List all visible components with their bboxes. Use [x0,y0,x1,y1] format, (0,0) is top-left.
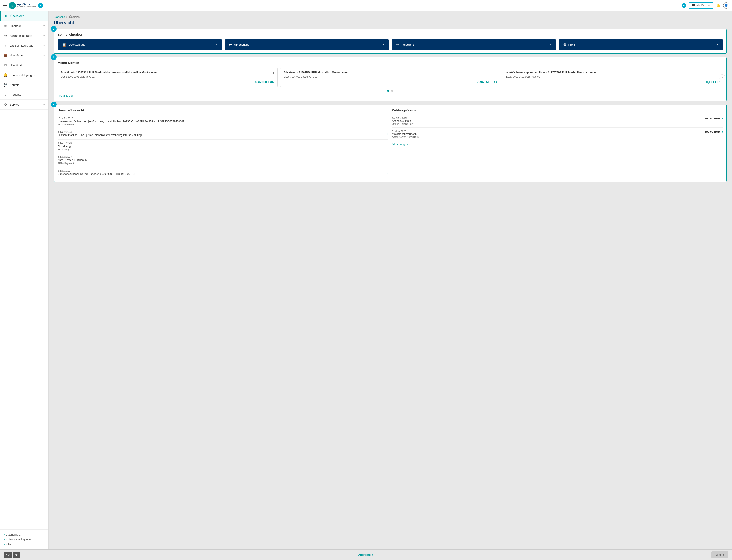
transaction-item-0[interactable]: 10. März 2023 Überweisung Online; ; Antj… [58,115,388,129]
next-button[interactable]: Weiter [711,551,728,558]
trans-arrow-icon-0: › [387,119,388,123]
pay-name-0: Antjee Gouzdea [392,119,702,123]
btn-left: ⇄ Umbuchung [229,43,250,47]
all-customers-button[interactable]: Alle Kunden [689,2,713,9]
account-iban-1: DE28 3006 0601 0028 7975 96 [284,75,497,78]
sidebar-item-epostkorb[interactable]: □ ePostkorb [0,60,48,70]
pay-desc-0: Urlaub Holland 2023 [392,123,702,125]
pay-right-0: 1.254,50 EUR › [702,117,723,120]
account-card-0: ⋮ Privatkonto 28797631 EUR Maxima Muster… [58,68,278,87]
hamburger-menu[interactable] [3,4,7,7]
trans-date-1: 3. März 2023 [58,131,387,133]
section-badge-2: 2 [51,26,57,32]
account-menu-0[interactable]: ⋮ [272,70,275,74]
nav-label-benachrichtigungen: Benachrichtigungen [10,73,35,77]
quick-btn-umbuchung[interactable]: ⇄ Umbuchung > [225,39,389,50]
carousel-next-button[interactable]: › [719,74,725,80]
quick-btn-tageslimit[interactable]: ✏ Tageslimit > [392,39,556,50]
schnelleinstieg-title: Schnelleinstieg [58,33,723,36]
alle-anzeigen-zahlung-link[interactable]: Alle anzeigen › [392,143,723,146]
nav-label-epostkorb: ePostkorb [10,63,23,67]
footer-link-hilfe[interactable]: Hilfe [4,542,45,547]
chevron-icon-zahlungsauftraege: ∨ [43,35,45,37]
code-toggle-button[interactable]: < > [4,552,12,558]
nav-item-left: □ ePostkorb [4,63,23,67]
btn-left: 📋 Überweisung [62,43,85,47]
payment-item-0[interactable]: 10. März 2023 Antjee Gouzdea Urlaub Holl… [392,115,723,128]
breadcrumb-home[interactable]: Startseite [54,15,65,19]
trans-date-2: 3. März 2023 [58,142,387,144]
sidebar-item-finanzen[interactable]: ▦ Finanzen ∨ [0,21,48,31]
quick-btn-icon: ✏ [396,43,399,47]
nav-icon-epostkorb: □ [4,63,7,67]
transaction-item-3[interactable]: 3. März 2023 Anteil Kosten Kurzurlaub SE… [58,153,388,167]
tagline: Bank der Gesundheit [17,6,36,8]
notification-bell-icon[interactable]: 🔔 [716,3,721,7]
btn-left: ⚙ Profil [563,43,575,47]
account-card-2: ⋮ apoWachstumssparen m. Bonus 118797596 … [503,68,723,87]
btn-left: ✏ Tageslimit [396,43,414,47]
nav-label-lastschriftauftraege: Lastschriftaufträge [10,44,33,47]
nav-item-left: ⊙ Zahlungsaufträge [4,34,32,38]
trans-desc-0: Überweisung Online; ; Antjee Gouzdea; Ur… [58,120,387,123]
quick-btn-label: Tageslimit [401,43,414,46]
transaction-item-2[interactable]: 3. März 2023 Einzahlung Einzahlung › [58,140,388,153]
sidebar-item-zahlungsauftraege[interactable]: ⊙ Zahlungsaufträge ∨ [0,31,48,41]
trans-left-4: 3. März 2023 Darlehensauszahlung (für Da… [58,169,387,176]
move-button[interactable]: ✥ [13,552,20,558]
nav-icon-benachrichtigungen: 🔔 [4,73,7,77]
quick-btn-überweisung[interactable]: 📋 Überweisung > [58,39,222,50]
account-menu-2[interactable]: ⋮ [717,70,721,74]
transaction-item-4[interactable]: 3. März 2023 Darlehensauszahlung (für Da… [58,167,388,178]
trans-type-0: SEPA Payment [58,123,387,126]
pay-left-0: 10. März 2023 Antjee Gouzdea Urlaub Holl… [392,117,702,125]
topbar: a apoBank Bank der Gesundheit 1 5 Alle K… [0,0,732,11]
pay-desc-1: Anteil Kosten Kurzurlaub [392,136,705,138]
pay-date-1: 3. März 2023 [392,130,705,133]
footer-link-datenschutz[interactable]: Datenschutz [4,532,45,537]
topbar-left: a apoBank Bank der Gesundheit 1 [3,2,43,9]
nav-label-vermoegen: Vermögen [10,54,23,57]
carousel-dot-0[interactable] [387,90,389,92]
chevron-icon-lastschriftauftraege: ∨ [43,44,45,47]
sidebar-item-benachrichtigungen[interactable]: 🔔 Benachrichtigungen [0,70,48,80]
chevron-icon-finanzen: ∨ [43,25,45,27]
nav-icon-uebersicht: ⊞ [4,14,8,18]
user-profile-icon[interactable]: 👤 [723,2,729,9]
trans-left-3: 3. März 2023 Anteil Kosten Kurzurlaub SE… [58,155,387,165]
nav-icon-lastschriftauftraege: ≡ [4,44,7,47]
quick-btn-profil[interactable]: ⚙ Profil > [559,39,723,50]
trans-arrow-icon-3: › [387,158,388,162]
account-card-1: ⋮ Privatkonto 28797596 EUR Maximilian Mu… [280,68,500,87]
alle-anzeigen-link[interactable]: Alle anzeigen › [58,94,723,97]
trans-left-2: 3. März 2023 Einzahlung Einzahlung [58,142,387,151]
breadcrumb-current: Übersicht [69,15,80,19]
btn-arrow-icon: > [550,43,551,47]
sidebar-item-produkte[interactable]: ○ Produkte [0,90,48,100]
transaction-item-1[interactable]: 3. März 2023 Lastschrift online; Einzug … [58,128,388,140]
chevron-icon-service: ∨ [43,103,45,106]
account-balance-1: 53.945,50 EUR [284,80,497,84]
umsatz-zahlung-section: 4 Umsatzübersicht 10. März 2023 Überweis… [54,105,727,182]
sidebar-item-service[interactable]: ⊘ Service ∨ [0,100,48,110]
pay-left-1: 3. März 2023 Maxima Mustermann Anteil Ko… [392,130,705,138]
account-balance-0: 8.450,00 EUR [61,80,274,84]
logo-circle: a [9,2,16,9]
meine-konten-section: 3 Meine Konten ⋮ Privatkonto 28797631 EU… [54,57,727,101]
breadcrumb: Startseite > Übersicht [54,15,727,19]
pay-amount-0: 1.254,50 EUR [702,117,720,120]
account-menu-1[interactable]: ⋮ [494,70,498,74]
sidebar-item-kontakt[interactable]: 💬 Kontakt [0,80,48,90]
sidebar-item-uebersicht[interactable]: ⊞ Übersicht [0,11,48,21]
sidebar-item-vermoegen[interactable]: 💼 Vermögen ∨ [0,50,48,60]
pay-arrow-icon-1: › [722,130,723,133]
logo-area: a apoBank Bank der Gesundheit [9,2,36,9]
nav-item-left: ⊘ Service [4,103,19,106]
sidebar-item-lastschriftauftraege[interactable]: ≡ Lastschriftaufträge ∨ [0,41,48,50]
payment-item-1[interactable]: 3. März 2023 Maxima Mustermann Anteil Ko… [392,128,723,140]
cancel-link[interactable]: Abbrechen [358,553,373,556]
quick-btn-icon: 📋 [62,43,66,47]
main-layout: ⊞ Übersicht ▦ Finanzen ∨ ⊙ Zahlungsauftr… [0,11,732,549]
footer-link-nutzungsbedingungen[interactable]: Nutzungsbedingungen [4,537,45,542]
carousel-dot-1[interactable] [391,90,393,92]
